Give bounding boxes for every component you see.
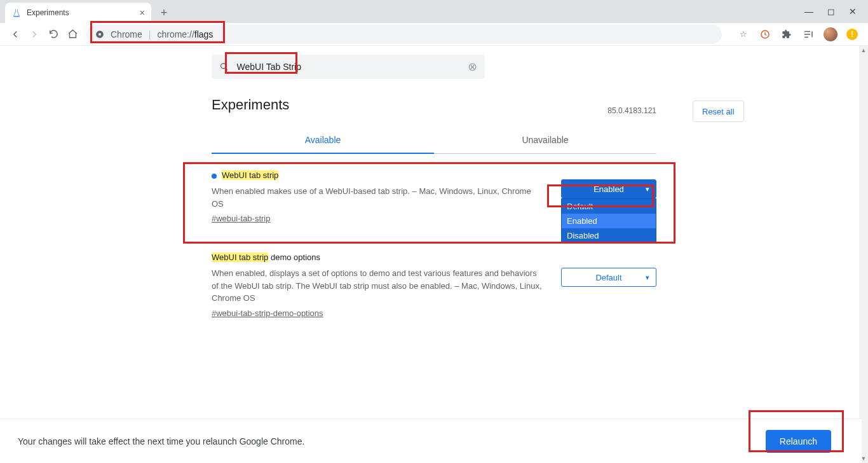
flag-select-dropdown[interactable]: Default Enabled Disabled [561,198,656,244]
back-button[interactable] [6,25,24,43]
flag-select[interactable]: Default ▾ [561,268,656,287]
flag-select[interactable]: Enabled ▾ [561,179,656,198]
clear-search-icon[interactable]: ⊗ [468,60,477,74]
extensions-puzzle-icon[interactable] [780,28,793,41]
dropdown-option[interactable]: Default [562,199,656,214]
svg-rect-1 [98,33,101,36]
scrollbar[interactable]: ▲ ▼ [859,46,868,463]
search-flags-input[interactable]: ⊗ [212,55,485,79]
close-tab-icon[interactable]: × [140,8,145,18]
svg-point-3 [221,64,226,69]
version-label: 85.0.4183.121 [607,106,656,115]
flag-description: When enabled, displays a set of options … [212,267,542,305]
chevron-down-icon: ▾ [646,185,649,193]
secure-icon [95,30,104,39]
tab-available[interactable]: Available [212,127,434,154]
home-button[interactable] [64,25,81,43]
search-icon [219,61,229,73]
minimize-button[interactable]: — [804,6,813,17]
page-content: ▲ ▼ Reset all 85.0.4183.121 ⊗ Experiment… [0,46,868,463]
dropdown-option[interactable]: Disabled [562,228,656,243]
reading-list-icon[interactable] [802,28,815,41]
modified-dot-icon [212,174,217,179]
new-tab-button[interactable]: + [155,4,173,22]
dropdown-option[interactable]: Enabled [562,214,656,228]
window-controls: — ◻ ✕ [804,0,868,23]
profile-avatar[interactable] [824,27,837,41]
browser-toolbar: Chrome | chrome://flags ☆ ! [0,23,868,46]
flag-hash-link[interactable]: #webui-tab-strip-demo-options [212,308,323,318]
flask-icon [11,8,22,18]
omnibox-origin: Chrome [111,29,142,39]
maximize-button[interactable]: ◻ [827,6,835,17]
flag-description: When enabled makes use of a WebUI-based … [212,185,542,210]
address-bar[interactable]: Chrome | chrome://flags [86,25,722,44]
reset-all-button[interactable]: Reset all [693,100,744,122]
search-flags-field[interactable] [237,62,460,72]
flag-row: WebUI tab strip demo options When enable… [212,252,656,318]
chevron-down-icon: ▾ [646,273,649,282]
forward-button[interactable] [25,25,43,43]
update-warning-icon[interactable]: ! [846,29,858,40]
flag-title: WebUI tab strip [222,170,278,180]
flag-title: WebUI tab strip [212,252,268,262]
bookmark-star-icon[interactable]: ☆ [737,28,750,41]
reload-button[interactable] [44,25,62,43]
flag-row: WebUI tab strip When enabled makes use o… [212,170,656,223]
relaunch-button[interactable]: Relaunch [766,430,831,453]
tab-title: Experiments [27,8,135,17]
close-window-button[interactable]: ✕ [849,6,857,17]
page-title: Experiments [212,97,656,113]
scroll-up-icon[interactable]: ▲ [859,46,868,55]
flag-hash-link[interactable]: #webui-tab-strip [212,214,271,223]
browser-tab-strip: Experiments × + — ◻ ✕ [0,0,868,23]
browser-tab[interactable]: Experiments × [5,3,151,23]
restart-bar: Your changes will take effect the next t… [0,418,862,463]
extension-icon[interactable] [759,28,771,41]
tab-unavailable[interactable]: Unavailable [434,127,656,154]
restart-message: Your changes will take effect the next t… [18,436,304,446]
